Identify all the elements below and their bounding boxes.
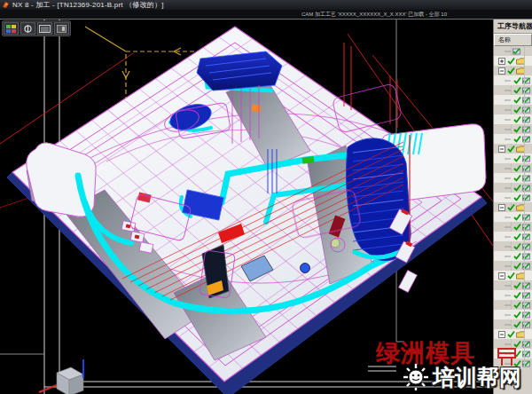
watermark-white-text: 培训帮网 xyxy=(433,364,521,390)
navigator-operation-row[interactable] xyxy=(494,212,532,222)
navigator-operation-row[interactable] xyxy=(494,124,532,134)
navigator-group-row[interactable] xyxy=(494,46,532,56)
nx-application-window: NX 8 - 加工 - [TN12369-201-B.prt （修改的）] CA… xyxy=(0,0,532,394)
navigator-operation-row[interactable] xyxy=(494,114,532,124)
navigator-group-row[interactable] xyxy=(494,202,532,212)
navigator-operation-row[interactable] xyxy=(494,183,532,193)
navigator-operation-row[interactable] xyxy=(494,300,532,310)
navigator-operation-row[interactable] xyxy=(494,319,532,329)
dock-panel-icon[interactable] xyxy=(54,22,69,35)
watermark-white: 培训帮网 xyxy=(401,363,521,391)
navigator-group-row[interactable] xyxy=(494,66,532,75)
navigator-operation-row[interactable] xyxy=(494,173,532,183)
navigator-operation-row[interactable] xyxy=(494,193,532,202)
circle-phi-icon[interactable] xyxy=(20,22,35,35)
nx-app-icon xyxy=(2,1,10,9)
sun-logo-icon xyxy=(401,363,431,391)
graphics-viewport[interactable] xyxy=(0,20,493,394)
navigator-operation-row[interactable] xyxy=(494,85,532,95)
navigator-operation-row[interactable] xyxy=(494,105,532,114)
mold-core-model[interactable] xyxy=(7,27,487,394)
navigator-operation-row[interactable] xyxy=(494,310,532,319)
navigator-operation-row[interactable] xyxy=(494,290,532,300)
navigator-operation-row[interactable] xyxy=(494,280,532,290)
grid-keyboard-icon[interactable] xyxy=(37,22,52,35)
navigator-operation-row[interactable] xyxy=(494,134,532,144)
navigator-tree[interactable] xyxy=(494,46,532,368)
watermark-red-text: 绿洲模具 xyxy=(376,342,475,366)
window-title: NX 8 - 加工 - [TN12369-201-B.prt （修改的）] xyxy=(12,2,164,9)
cue-status-text: CAM 加工工艺 'XXXXX_XXXXXX_X_X.XXX' 已加载 - 全部… xyxy=(301,12,447,17)
navigator-column-name[interactable]: 名称 xyxy=(494,34,532,46)
navigator-operation-row[interactable] xyxy=(494,222,532,232)
navigator-operation-row[interactable] xyxy=(494,163,532,173)
operation-navigator-panel[interactable]: 工序导航器 名称 xyxy=(493,20,532,394)
navigator-operation-row[interactable] xyxy=(494,251,532,261)
navigator-operation-row[interactable] xyxy=(494,232,532,241)
view-style-icon[interactable] xyxy=(4,22,19,35)
navigator-group-row[interactable] xyxy=(494,56,532,66)
navigator-operation-row[interactable] xyxy=(494,241,532,251)
cue-bar: CAM 加工工艺 'XXXXX_XXXXXX_X_X.XXX' 已加载 - 全部… xyxy=(0,10,532,20)
navigator-group-row[interactable] xyxy=(494,329,532,339)
x-axis xyxy=(39,385,57,392)
navigator-operation-row[interactable] xyxy=(494,261,532,271)
navigator-operation-row[interactable] xyxy=(494,95,532,105)
navigator-title: 工序导航器 xyxy=(494,20,532,34)
title-bar[interactable]: NX 8 - 加工 - [TN12369-201-B.prt （修改的）] xyxy=(0,0,532,10)
navigator-group-row[interactable] xyxy=(494,144,532,154)
cad-scene[interactable] xyxy=(0,20,493,394)
navigator-group-row[interactable] xyxy=(494,271,532,280)
navigator-operation-row[interactable] xyxy=(494,154,532,163)
pocket-top-left xyxy=(197,51,282,91)
viewport-toolbar xyxy=(2,20,71,36)
orientation-triad[interactable] xyxy=(34,359,83,394)
navigator-operation-row[interactable] xyxy=(494,75,532,85)
